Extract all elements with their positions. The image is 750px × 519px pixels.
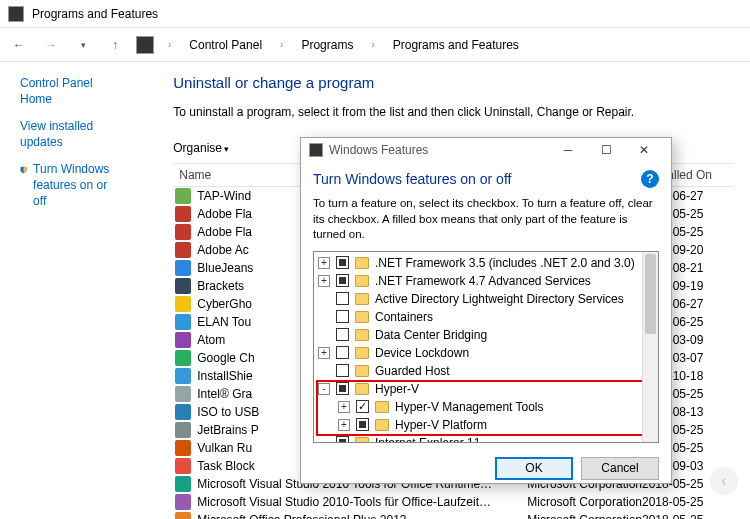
cancel-button[interactable]: Cancel [581, 457, 659, 480]
feature-label: .NET Framework 3.5 (includes .NET 2.0 an… [375, 256, 635, 270]
program-icon [175, 242, 191, 258]
page-title: Uninstall or change a program [173, 74, 734, 91]
feature-label: Hyper-V Platform [395, 418, 487, 432]
feature-label: Active Directory Lightweight Directory S… [375, 292, 624, 306]
program-icon [175, 476, 191, 492]
folder-icon [355, 257, 369, 269]
dialog-description: To turn a feature on, select its checkbo… [313, 196, 659, 243]
tree-expander-icon[interactable]: + [338, 419, 350, 431]
minimize-button[interactable]: ─ [549, 138, 587, 162]
feature-checkbox[interactable] [336, 382, 349, 395]
program-publisher: Microsoft Corporation [527, 495, 642, 509]
program-icon [175, 314, 191, 330]
folder-icon [355, 383, 369, 395]
tree-expander-icon[interactable]: + [318, 275, 330, 287]
dialog-titlebar[interactable]: Windows Features ─ ☐ ✕ [301, 138, 671, 162]
feature-label: Hyper-V Management Tools [395, 400, 544, 414]
chevron-right-icon[interactable]: › [164, 39, 175, 50]
help-icon[interactable]: ? [641, 170, 659, 188]
program-icon [175, 404, 191, 420]
maximize-button[interactable]: ☐ [587, 138, 625, 162]
program-icon [175, 278, 191, 294]
feature-node[interactable]: Active Directory Lightweight Directory S… [314, 290, 658, 308]
chevron-right-icon[interactable]: › [276, 39, 287, 50]
organise-button[interactable]: Organise [173, 141, 229, 155]
feature-checkbox[interactable] [336, 328, 349, 341]
feature-node[interactable]: Data Center Bridging [314, 326, 658, 344]
feature-label: Data Center Bridging [375, 328, 487, 342]
feature-checkbox[interactable] [336, 256, 349, 269]
nav-recent-dropdown-icon[interactable]: ▾ [72, 34, 94, 56]
chevron-right-icon[interactable]: › [367, 39, 378, 50]
program-name: Microsoft Office Professional Plus 2013 [197, 513, 527, 519]
folder-icon [355, 329, 369, 341]
feature-label: .NET Framework 4.7 Advanced Services [375, 274, 591, 288]
tree-expander-icon[interactable]: + [338, 401, 350, 413]
program-icon [175, 494, 191, 510]
tree-expander-icon[interactable] [318, 365, 330, 377]
program-icon [175, 458, 191, 474]
breadcrumb-control-panel[interactable]: Control Panel [185, 36, 266, 54]
feature-checkbox[interactable] [336, 364, 349, 377]
feature-tree[interactable]: +.NET Framework 3.5 (includes .NET 2.0 a… [313, 251, 659, 443]
sidebar: Control Panel Home View installed update… [0, 62, 131, 519]
program-icon [175, 386, 191, 402]
close-button[interactable]: ✕ [625, 138, 663, 162]
dialog-title-text: Windows Features [329, 143, 549, 157]
app-icon [8, 6, 24, 22]
program-icon [175, 206, 191, 222]
sidebar-link-home[interactable]: Control Panel Home [20, 76, 119, 107]
folder-icon [355, 293, 369, 305]
sidebar-link-features[interactable]: Turn Windows features on or off [33, 162, 119, 209]
feature-node[interactable]: Internet Explorer 11 [314, 434, 658, 443]
feature-checkbox[interactable] [356, 400, 369, 413]
tree-expander-icon[interactable] [318, 311, 330, 323]
folder-icon [355, 311, 369, 323]
tree-expander-icon[interactable]: + [318, 257, 330, 269]
scrollbar[interactable] [642, 252, 658, 442]
feature-checkbox[interactable] [336, 346, 349, 359]
program-icon [175, 422, 191, 438]
feature-node[interactable]: Containers [314, 308, 658, 326]
feature-node[interactable]: +.NET Framework 3.5 (includes .NET 2.0 a… [314, 254, 658, 272]
nav-up-icon[interactable]: ↑ [104, 34, 126, 56]
feature-node[interactable]: +Device Lockdown [314, 344, 658, 362]
sidebar-link-updates[interactable]: View installed updates [20, 119, 119, 150]
ok-button[interactable]: OK [495, 457, 573, 480]
program-icon [175, 224, 191, 240]
feature-label: Device Lockdown [375, 346, 469, 360]
program-icon [175, 440, 191, 456]
nav-forward-icon[interactable]: → [40, 34, 62, 56]
breadcrumb-programs-features[interactable]: Programs and Features [389, 36, 523, 54]
program-date: 2018-05-25 [642, 495, 734, 509]
feature-checkbox[interactable] [336, 292, 349, 305]
program-icon [175, 296, 191, 312]
window-title: Programs and Features [32, 7, 158, 21]
scrollbar-thumb[interactable] [645, 254, 656, 334]
feature-checkbox[interactable] [356, 418, 369, 431]
feature-node[interactable]: +.NET Framework 4.7 Advanced Services [314, 272, 658, 290]
feature-node[interactable]: -Hyper-V [314, 380, 658, 398]
tree-expander-icon[interactable] [318, 293, 330, 305]
tree-expander-icon[interactable]: + [318, 347, 330, 359]
feature-checkbox[interactable] [336, 436, 349, 443]
breadcrumb-programs[interactable]: Programs [297, 36, 357, 54]
nav-back-icon[interactable]: ← [8, 34, 30, 56]
list-item[interactable]: Microsoft Office Professional Plus 2013M… [173, 511, 734, 519]
folder-icon [375, 401, 389, 413]
feature-checkbox[interactable] [336, 310, 349, 323]
program-icon [175, 512, 191, 519]
dialog-heading: Turn Windows features on or off [313, 171, 511, 187]
title-bar: Programs and Features [0, 0, 750, 28]
program-icon [175, 350, 191, 366]
feature-node[interactable]: +Hyper-V Platform [314, 416, 658, 434]
tree-expander-icon[interactable] [318, 437, 330, 443]
tree-expander-icon[interactable]: - [318, 383, 330, 395]
shield-icon [20, 163, 27, 177]
feature-node[interactable]: Guarded Host [314, 362, 658, 380]
feature-checkbox[interactable] [336, 274, 349, 287]
folder-icon [355, 347, 369, 359]
tree-expander-icon[interactable] [318, 329, 330, 341]
list-item[interactable]: Microsoft Visual Studio 2010-Tools für O… [173, 493, 734, 511]
feature-node[interactable]: +Hyper-V Management Tools [314, 398, 658, 416]
